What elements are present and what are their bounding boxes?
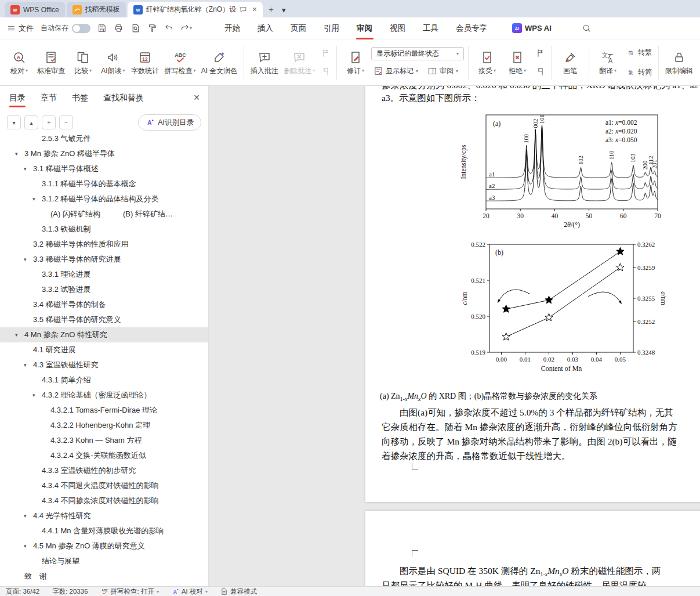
ai-proof-button[interactable]: A AI 校对 ▾	[172, 587, 208, 596]
ribbon-compare-button[interactable]: 比较▾	[68, 43, 97, 82]
menu-tab-引用[interactable]: 引用	[315, 17, 348, 39]
menu-tab-工具[interactable]: 工具	[414, 17, 447, 39]
toc-item[interactable]: ▾4.4 光学特性研究	[0, 508, 208, 523]
undo-button[interactable]	[161, 20, 177, 36]
ribbon-brush-button[interactable]: 画笔	[556, 43, 585, 82]
toc-item[interactable]: 3.3.2 试验进展	[0, 282, 208, 297]
toc-item[interactable]: 3.2 稀磁半导体的性质和应用	[0, 237, 208, 252]
toc-item[interactable]: ▾4 Mn 掺杂 ZnO 特性研究	[0, 327, 208, 342]
ribbon-han-t-button[interactable]: 繁转简	[623, 66, 654, 80]
tab-list-caret-icon[interactable]: ▾	[277, 2, 290, 17]
ribbon-accept-button[interactable]: 接受▾	[473, 43, 502, 82]
save-button[interactable]	[94, 20, 110, 36]
zoom-in-button[interactable]: ＋	[42, 115, 56, 129]
toc-item[interactable]: 4.3.3 室温铁磁性的初步研究	[0, 463, 208, 478]
print-button[interactable]	[111, 20, 126, 36]
ribbon-flag-prev-button[interactable]	[533, 47, 547, 60]
wps-ai-button[interactable]: AI WPS AI	[512, 23, 552, 33]
toc-item[interactable]: ▾3.1.2 稀磁半导体的晶体结构及分类	[0, 192, 208, 207]
ribbon-flag-next-button[interactable]	[533, 66, 547, 78]
toc-item[interactable]: (A) 闪锌矿结构 (B) 纤锌矿结…	[0, 207, 208, 222]
word-count[interactable]: 字数: 20336	[52, 587, 88, 596]
toc-item[interactable]: 3.1.1 稀磁半导体的基本概念	[0, 176, 208, 192]
toc-item[interactable]: 4.1 研究进展	[0, 342, 208, 357]
toc-item[interactable]: 4.3.2.2 Hohenberg-Kohn 定理	[0, 418, 208, 433]
ribbon-reject-button[interactable]: 拒绝▾	[503, 43, 532, 82]
menu-tab-页面[interactable]: 页面	[282, 17, 315, 39]
ribbon-comment-add-button[interactable]: 插入批注	[248, 43, 281, 82]
toc-item[interactable]: 致 谢	[0, 569, 208, 584]
ribbon-proof-button[interactable]: A校对▾	[5, 43, 34, 82]
pane-tab-查找和替换[interactable]: 查找和替换	[103, 86, 144, 110]
toc-item[interactable]: ▾4.3 室温铁磁性研究	[0, 357, 208, 373]
expand-arrow-icon[interactable]: ▾	[15, 151, 18, 157]
pane-tab-目录[interactable]: 目录	[9, 86, 26, 110]
toc-item[interactable]: 3.1.3 铁磁机制	[0, 222, 208, 237]
expand-arrow-icon[interactable]: ▾	[24, 513, 27, 519]
expand-arrow-icon[interactable]: ▾	[24, 257, 27, 262]
document-area[interactable]: 掺杂浓度分别为 0.002、0.020 和 0.050 的三个样品，XRD 谱线…	[209, 86, 700, 586]
toc-item[interactable]: 结论与展望	[0, 554, 208, 569]
toc-item[interactable]: ▾3.1 稀磁半导体概述	[0, 161, 208, 176]
menu-tab-插入[interactable]: 插入	[249, 17, 282, 39]
expand-arrow-icon[interactable]: ▾	[32, 196, 35, 202]
zoom-out-button[interactable]: －	[59, 115, 73, 129]
toc-item[interactable]: 3.5 稀磁半导体的研究意义	[0, 312, 208, 327]
figure-xrd-lattice[interactable]: 203040506070a1a2a31000021011021101032001…	[458, 109, 668, 381]
ribbon-count-button[interactable]: 12字数统计	[129, 43, 161, 82]
page-indicator[interactable]: 页面: 36/42	[6, 587, 39, 596]
collapse-all-button[interactable]: ▾	[7, 115, 21, 129]
toc-item[interactable]: 4.3.4 不同掺杂浓度对铁磁性的影响	[0, 493, 208, 508]
app-tab-writer[interactable]: W纤锌矿结构氧化锌（ZnO）设✕	[128, 2, 263, 17]
new-tab-button[interactable]: ＋	[264, 2, 277, 17]
expand-arrow-icon[interactable]: ▾	[24, 543, 27, 549]
ribbon-spell-button[interactable]: ABC拼写检查▾	[162, 43, 198, 82]
search-button[interactable]	[578, 20, 594, 37]
toc-item[interactable]: 4.3.2.1 Tomas-Fermi-Dirae 理论	[0, 403, 208, 418]
painter-button[interactable]	[144, 20, 160, 36]
menu-tab-会员专享[interactable]: 会员专享	[447, 17, 496, 39]
spellcheck-status[interactable]: ABC 拼写检查: 打开 ▾	[101, 587, 159, 596]
toc-item[interactable]: 4.3.4 不同退火温度对铁磁性的影响	[0, 478, 208, 493]
menu-tab-审阅[interactable]: 审阅	[348, 17, 381, 39]
toc-item[interactable]: ▾4.3.2 理论基础（密度泛函理论）	[0, 388, 208, 403]
menu-tab-开始[interactable]: 开始	[216, 17, 249, 39]
close-pane-icon[interactable]: ✕	[193, 93, 200, 102]
redo-button[interactable]: ▾	[178, 20, 194, 36]
toc-item[interactable]: 3.4 稀磁半导体的制备	[0, 297, 208, 312]
toc-item[interactable]: 3.3.1 理论进展	[0, 267, 208, 282]
pane-tab-书签[interactable]: 书签	[72, 86, 88, 110]
ribbon-audit-button[interactable]: 标准审查	[35, 43, 67, 82]
toc-item[interactable]: ▾3 Mn 掺杂 ZnO 稀磁半导体	[0, 146, 208, 161]
toc-item[interactable]: 4.3.2.4 交换-关联能函数近似	[0, 448, 208, 463]
close-icon[interactable]: ✕	[252, 6, 257, 13]
pane-tab-章节[interactable]: 章节	[41, 86, 57, 110]
ribbon-marks-button[interactable]: 显示标记▾	[371, 64, 420, 78]
ribbon-polish-button[interactable]: AI 全文润色	[199, 43, 239, 82]
toc-item[interactable]: 4.3.1 简单介绍	[0, 373, 208, 388]
expand-arrow-icon[interactable]: ▾	[24, 166, 27, 172]
expand-arrow-icon[interactable]: ▾	[24, 362, 27, 368]
ribbon-ai-read-button[interactable]: AI朗读▾	[99, 43, 128, 82]
expand-arrow-icon[interactable]: ▾	[15, 332, 18, 338]
autosave-toggle[interactable]	[72, 24, 90, 33]
app-tab-docer[interactable]: 找稻壳模板	[67, 2, 126, 17]
expand-arrow-icon[interactable]: ▾	[32, 392, 35, 398]
ribbon-han-s-button[interactable]: 简转繁	[623, 46, 654, 60]
expand-all-button[interactable]: ▴	[24, 115, 38, 129]
compat-mode[interactable]: 兼容模式	[220, 587, 257, 596]
preview-button[interactable]	[128, 20, 143, 36]
toc-item[interactable]: ▾3.3 稀磁半导体的研究进展	[0, 252, 208, 267]
file-menu-button[interactable]: 文件	[0, 17, 41, 39]
ai-recognize-toc-button[interactable]: AAI识别目录	[138, 114, 201, 131]
ribbon-restrict-button[interactable]: 限制编辑	[663, 43, 695, 82]
ribbon-pane-button[interactable]: 审阅▾	[425, 64, 460, 78]
display-state-combo[interactable]: 显示标记的最终状态▾	[371, 47, 464, 60]
comment-icon[interactable]	[240, 6, 247, 13]
toc-item[interactable]: 4.4.1 Mn 含量对薄膜吸收光谱的影响	[0, 523, 208, 539]
toc-item[interactable]: ▾4.5 Mn 掺杂 ZnO 薄膜的研究意义	[0, 539, 208, 554]
ribbon-track-button[interactable]: 修订▾	[341, 43, 370, 82]
app-tab-wps[interactable]: WWPS Office	[5, 2, 65, 17]
menu-tab-视图[interactable]: 视图	[381, 17, 414, 39]
toc-item[interactable]: 4.3.2.3 Kohn — Sham 方程	[0, 433, 208, 448]
